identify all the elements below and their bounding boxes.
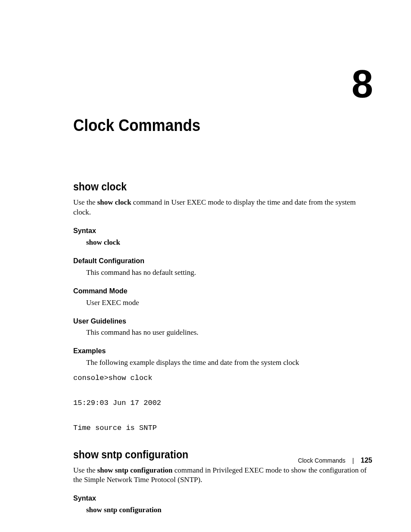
footer-section-name: Clock Commands — [298, 457, 345, 464]
user-guidelines-heading: User Guidelines — [73, 317, 357, 327]
examples-heading: Examples — [73, 346, 357, 356]
intro-pre: Use the — [73, 466, 97, 474]
examples-code: console>show clock 15:29:03 Jun 17 2002 … — [73, 372, 372, 434]
footer-page-number: 125 — [361, 457, 372, 464]
section-show-clock: show clock Use the show clock command in… — [73, 180, 372, 434]
intro-pre: Use the — [73, 198, 97, 206]
default-config-heading: Default Configuration — [73, 256, 357, 266]
section-intro: Use the show sntp configuration command … — [73, 466, 372, 485]
page-footer: Clock Commands | 125 — [298, 456, 372, 465]
chapter-title: Clock Commands — [73, 65, 348, 137]
chapter-number: 8 — [352, 65, 372, 103]
user-guidelines-body: This command has no user guidelines. — [73, 328, 372, 338]
command-mode-body: User EXEC mode — [73, 298, 372, 308]
syntax-heading: Syntax — [73, 226, 357, 236]
command-mode-heading: Command Mode — [73, 286, 357, 296]
syntax-body: show sntp configuration — [73, 505, 372, 515]
intro-bold: show clock — [97, 198, 131, 206]
syntax-heading: Syntax — [73, 494, 357, 504]
footer-separator: | — [347, 457, 359, 465]
section-intro: Use the show clock command in User EXEC … — [73, 198, 372, 218]
intro-bold: show sntp configuration — [97, 466, 173, 474]
syntax-body: show clock — [73, 238, 372, 248]
page: 8 Clock Commands show clock Use the show… — [0, 0, 411, 532]
section-title: show clock — [73, 180, 348, 194]
examples-body: The following example displays the time … — [73, 358, 372, 368]
default-config-body: This command has no default setting. — [73, 268, 372, 278]
